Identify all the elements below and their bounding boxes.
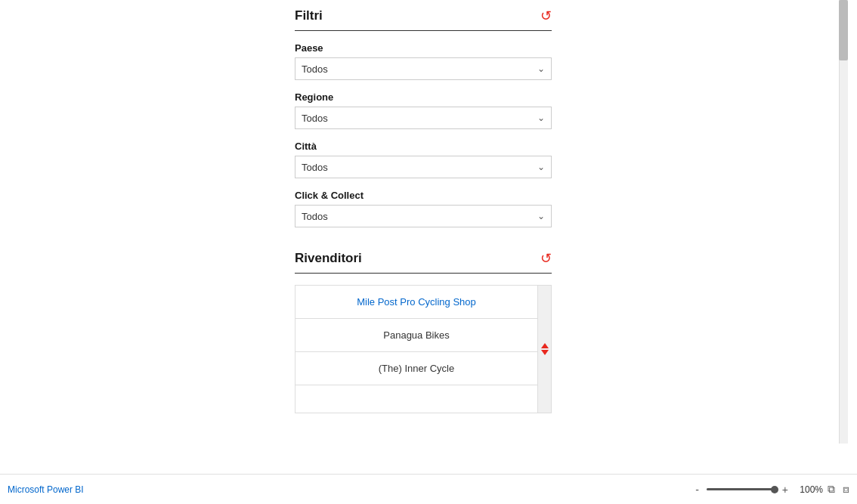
- citta-label: Città: [295, 141, 552, 152]
- page-scrollbar[interactable]: [839, 0, 848, 444]
- list-scrollbar[interactable]: [537, 286, 551, 413]
- list-item[interactable]: (The) Inner Cycle: [295, 352, 537, 385]
- citta-chevron-icon: ⌄: [537, 162, 545, 172]
- paese-label: Paese: [295, 42, 552, 54]
- regione-label: Regione: [295, 91, 552, 103]
- regione-value: Todos: [302, 113, 328, 124]
- filtri-section: Filtri ↺ Paese Todos ⌄ Regione Todos ⌄: [295, 8, 552, 227]
- paese-chevron-icon: ⌄: [537, 63, 545, 74]
- paese-value: Todos: [302, 63, 328, 75]
- scroll-arrow-up-icon[interactable]: [541, 343, 549, 348]
- zoom-percent-label: 100%: [796, 484, 823, 495]
- zoom-plus-button[interactable]: +: [779, 484, 791, 496]
- list-item-name: Mile Post Pro Cycling Shop: [357, 296, 476, 308]
- click-collect-chevron-icon: ⌄: [537, 211, 545, 221]
- paese-select[interactable]: Todos ⌄: [295, 57, 552, 80]
- page-scroll-thumb[interactable]: [839, 0, 848, 60]
- filtri-title: Filtri: [295, 8, 323, 23]
- paese-filter-group: Paese Todos ⌄: [295, 42, 552, 80]
- list-item[interactable]: Panagua Bikes: [295, 319, 537, 352]
- click-collect-value: Todos: [302, 211, 328, 222]
- list-item[interactable]: Mile Post Pro Cycling Shop: [295, 286, 537, 319]
- zoom-slider-thumb[interactable]: [771, 486, 778, 493]
- fullscreen-exit-icon[interactable]: ⧉: [828, 483, 835, 496]
- rivenditori-list: Mile Post Pro Cycling Shop Panagua Bikes…: [295, 285, 552, 413]
- regione-filter-group: Regione Todos ⌄: [295, 91, 552, 129]
- click-collect-select[interactable]: Todos ⌄: [295, 205, 552, 227]
- rivenditori-reset-icon[interactable]: ↺: [540, 250, 552, 267]
- zoom-slider-container[interactable]: [707, 488, 775, 490]
- filtri-reset-icon[interactable]: ↺: [540, 8, 552, 24]
- scroll-arrow-down-icon[interactable]: [541, 350, 549, 355]
- scroll-thumb: [540, 343, 550, 355]
- zoom-slider-fill: [707, 488, 775, 490]
- regione-chevron-icon: ⌄: [537, 113, 545, 123]
- rivenditori-title: Rivenditori: [295, 251, 362, 266]
- click-collect-filter-group: Click & Collect Todos ⌄: [295, 190, 552, 227]
- panel: Filtri ↺ Paese Todos ⌄ Regione Todos ⌄: [295, 8, 552, 413]
- click-collect-label: Click & Collect: [295, 190, 552, 201]
- list-item-name: Panagua Bikes: [383, 329, 449, 341]
- zoom-slider[interactable]: [707, 488, 775, 490]
- expand-icon[interactable]: ⧈: [843, 483, 849, 496]
- powerbi-link[interactable]: Microsoft Power BI: [8, 484, 84, 495]
- citta-select[interactable]: Todos ⌄: [295, 156, 552, 178]
- list-item-name: (The) Inner Cycle: [379, 363, 454, 374]
- bottom-bar: Microsoft Power BI - + 100% ⧉ ⧈: [0, 474, 857, 504]
- main-content: Filtri ↺ Paese Todos ⌄ Regione Todos ⌄: [0, 0, 848, 474]
- zoom-minus-button[interactable]: -: [692, 484, 702, 496]
- regione-select[interactable]: Todos ⌄: [295, 107, 552, 129]
- filtri-header: Filtri ↺: [295, 8, 552, 31]
- citta-value: Todos: [302, 162, 328, 173]
- zoom-controls: - + 100% ⧉ ⧈: [692, 483, 849, 496]
- citta-filter-group: Città Todos ⌄: [295, 141, 552, 178]
- bottom-icons: ⧉ ⧈: [828, 483, 849, 496]
- rivenditori-header: Rivenditori ↺: [295, 250, 552, 274]
- rivenditori-section: Rivenditori ↺ Mile Post Pro Cycling Shop…: [295, 250, 552, 413]
